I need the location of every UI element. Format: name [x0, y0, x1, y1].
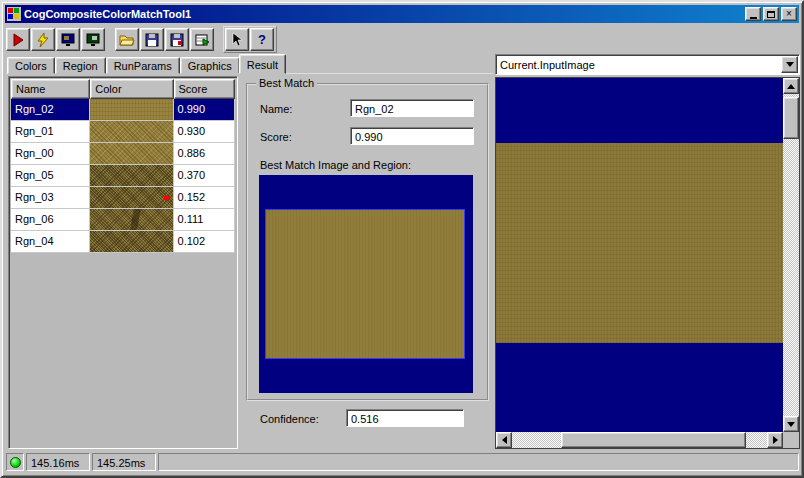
close-icon: ×	[786, 9, 792, 19]
row-name[interactable]: Rgn_01	[11, 121, 90, 143]
row-name[interactable]: Rgn_06	[11, 209, 90, 231]
best-match-group: Best Match Name: Rgn_02 Score: 0.990 Bes…	[246, 83, 489, 401]
confidence-label: Confidence:	[260, 413, 319, 425]
run-icon	[10, 32, 26, 48]
match-marker	[164, 196, 170, 200]
row-name[interactable]: Rgn_02	[11, 99, 90, 121]
table-row[interactable]: Rgn_01 0.930	[11, 121, 235, 143]
name-label: Name:	[260, 103, 292, 115]
maximize-button[interactable]	[763, 7, 779, 21]
name-field[interactable]: Rgn_02	[350, 99, 474, 117]
tab-colors[interactable]: Colors	[7, 57, 55, 74]
row-name[interactable]: Rgn_00	[11, 143, 90, 165]
save-image-button[interactable]	[165, 28, 189, 51]
row-color-swatch[interactable]	[90, 165, 173, 187]
scroll-up-button[interactable]	[783, 78, 799, 94]
row-score[interactable]: 0.102	[174, 231, 235, 253]
table-row[interactable]: Rgn_05 0.370	[11, 165, 235, 187]
help-icon: ?	[258, 32, 266, 47]
live-run-icon	[35, 32, 51, 48]
tab-runparams[interactable]: RunParams	[106, 57, 180, 74]
table-row[interactable]: Rgn_03 0.152	[11, 187, 235, 209]
image-display-b-button[interactable]	[81, 28, 105, 51]
score-label: Score:	[260, 131, 292, 143]
live-run-button[interactable]	[31, 28, 55, 51]
tab-region[interactable]: Region	[55, 57, 106, 74]
row-color-swatch[interactable]	[90, 143, 173, 165]
minimize-button[interactable]	[745, 7, 761, 21]
input-image-match-band	[496, 143, 783, 343]
table-row[interactable]: Rgn_06 0.111	[11, 209, 235, 231]
save-image-icon	[169, 32, 185, 48]
row-color-swatch[interactable]	[90, 187, 173, 209]
import-button[interactable]	[190, 28, 214, 51]
best-match-image	[259, 175, 473, 393]
row-color-swatch[interactable]	[90, 121, 173, 143]
arrow-up-icon	[787, 84, 795, 89]
table-row[interactable]: Rgn_02 0.990	[11, 99, 235, 121]
save-icon	[144, 32, 160, 48]
status-led-panel	[6, 453, 24, 471]
image-source-combobox[interactable]: Current.InputImage	[495, 54, 800, 75]
import-icon	[194, 32, 210, 48]
confidence-field[interactable]: 0.516	[346, 409, 464, 427]
image-source-value: Current.InputImage	[500, 59, 595, 71]
combobox-dropdown-button[interactable]	[781, 56, 798, 73]
run-button[interactable]	[6, 28, 30, 51]
image-display-b-icon	[85, 32, 101, 48]
close-button[interactable]: ×	[781, 7, 797, 21]
row-score[interactable]: 0.152	[174, 187, 235, 209]
scroll-left-button[interactable]	[496, 432, 512, 448]
pointer-icon	[229, 32, 245, 48]
score-field[interactable]: 0.990	[350, 127, 474, 145]
horizontal-scroll-thumb[interactable]	[561, 432, 746, 448]
row-name[interactable]: Rgn_04	[11, 231, 90, 253]
open-file-button[interactable]	[115, 28, 139, 51]
row-score[interactable]: 0.886	[174, 143, 235, 165]
save-button[interactable]	[140, 28, 164, 51]
row-score[interactable]: 0.930	[174, 121, 235, 143]
minimize-icon	[750, 17, 757, 19]
column-header-score[interactable]: Score	[174, 79, 235, 99]
arrow-left-icon	[502, 436, 507, 444]
tab-result[interactable]: Result	[239, 54, 286, 74]
image-display-a-button[interactable]	[56, 28, 80, 51]
window-title: CogCompositeColorMatchTool1	[24, 8, 745, 20]
column-header-color[interactable]: Color	[90, 79, 173, 99]
status-message-panel	[158, 453, 799, 471]
titlebar[interactable]: CogCompositeColorMatchTool1 ×	[5, 5, 799, 23]
app-icon	[7, 7, 21, 21]
status-led-icon	[10, 457, 21, 468]
scroll-down-button[interactable]	[783, 416, 799, 432]
row-color-swatch[interactable]	[90, 231, 173, 253]
best-match-region	[265, 209, 465, 359]
status-bar: 145.16ms 145.25ms	[5, 451, 799, 473]
tab-graphics[interactable]: Graphics	[180, 57, 240, 74]
vertical-scrollbar[interactable]	[783, 78, 799, 432]
open-file-icon	[119, 32, 135, 48]
column-header-name[interactable]: Name	[11, 79, 90, 99]
vertical-scroll-thumb[interactable]	[783, 97, 799, 139]
help-button[interactable]: ?	[250, 28, 274, 51]
row-score[interactable]: 0.370	[174, 165, 235, 187]
table-row[interactable]: Rgn_04 0.102	[11, 231, 235, 253]
horizontal-scrollbar[interactable]	[496, 432, 783, 448]
tab-strip: Colors Region RunParams Graphics Result	[7, 54, 286, 74]
pointer-button[interactable]	[225, 28, 249, 51]
results-grid: Name Color Score Rgn_02 0.990 Rgn_01 0.9…	[8, 76, 238, 449]
row-color-swatch[interactable]	[90, 209, 173, 231]
row-color-swatch[interactable]	[90, 99, 173, 121]
table-row[interactable]: Rgn_00 0.886	[11, 143, 235, 165]
row-score[interactable]: 0.990	[174, 99, 235, 121]
arrow-right-icon	[773, 436, 778, 444]
row-name[interactable]: Rgn_05	[11, 165, 90, 187]
results-grid-inner: Name Color Score Rgn_02 0.990 Rgn_01 0.9…	[11, 79, 235, 446]
toolbar: ?	[6, 26, 277, 53]
best-match-group-label: Best Match	[256, 77, 317, 89]
tool-edit-window: CogCompositeColorMatchTool1 ×	[0, 0, 804, 478]
input-image-display	[495, 77, 800, 449]
scroll-right-button[interactable]	[767, 432, 783, 448]
toolbar-tools-group: ?	[223, 26, 277, 53]
row-name[interactable]: Rgn_03	[11, 187, 90, 209]
row-score[interactable]: 0.111	[174, 209, 235, 231]
